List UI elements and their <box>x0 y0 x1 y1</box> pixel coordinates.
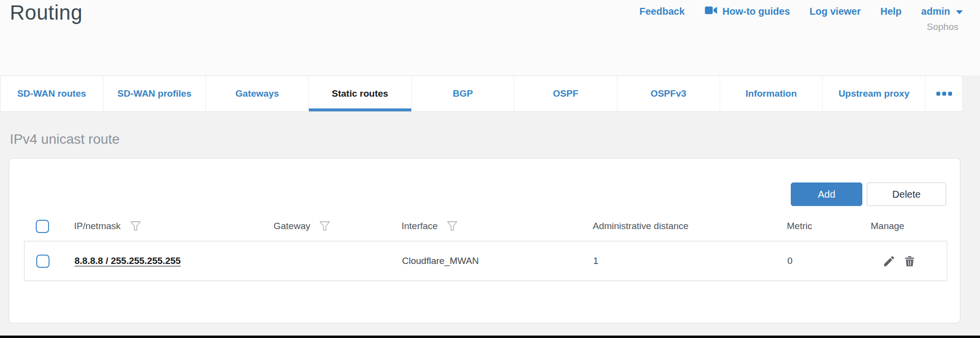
routes-table: IP/netmask Gateway Interface Administrat… <box>24 211 947 281</box>
chevron-down-icon <box>956 10 963 14</box>
route-manage-cell <box>871 254 947 268</box>
route-interface-value: Cloudflare_MWAN <box>402 256 593 266</box>
delete-button[interactable]: Delete <box>867 182 946 206</box>
route-ip-netmask-link[interactable]: 8.8.8.8 / 255.255.255.255 <box>75 256 181 266</box>
user-menu[interactable]: admin <box>921 6 963 17</box>
section-title: IPv4 unicast route <box>10 131 120 147</box>
feedback-link[interactable]: Feedback <box>639 6 684 17</box>
top-navigation: Feedback How-to guides Log viewer Help a… <box>639 5 963 18</box>
more-tabs-button[interactable] <box>925 76 962 111</box>
ellipsis-icon <box>936 92 952 96</box>
row-checkbox[interactable] <box>36 255 50 268</box>
tab-bgp[interactable]: BGP <box>411 76 514 111</box>
pencil-icon[interactable] <box>882 254 896 268</box>
add-button[interactable]: Add <box>791 182 862 206</box>
select-all-checkbox[interactable] <box>36 220 49 233</box>
video-camera-icon <box>704 5 718 18</box>
column-header-manage: Manage <box>871 221 905 232</box>
routing-tabbar: SD-WAN routes SD-WAN profiles Gateways S… <box>0 76 963 112</box>
column-header-interface: Interface <box>402 221 438 232</box>
filter-funnel-icon[interactable] <box>446 219 459 233</box>
column-header-metric: Metric <box>787 221 812 232</box>
filter-funnel-icon[interactable] <box>128 219 142 233</box>
bottom-edge-strip <box>0 336 980 338</box>
tab-static-routes[interactable]: Static routes <box>308 76 411 111</box>
trash-icon[interactable] <box>903 254 916 268</box>
column-header-ip-netmask: IP/netmask <box>74 221 121 232</box>
tab-information[interactable]: Information <box>720 76 823 111</box>
user-name: admin <box>921 6 950 17</box>
tab-sdwan-routes[interactable]: SD-WAN routes <box>0 76 103 111</box>
routes-card: Add Delete IP/netmask Gateway Interface <box>9 158 960 323</box>
tab-ospfv3[interactable]: OSPFv3 <box>617 76 720 111</box>
tab-upstream-proxy[interactable]: Upstream proxy <box>822 76 925 111</box>
tab-sdwan-profiles[interactable]: SD-WAN profiles <box>103 76 206 111</box>
help-link[interactable]: Help <box>880 6 902 17</box>
route-admin-distance-value: 1 <box>593 256 787 266</box>
table-toolbar: Add Delete <box>791 182 946 206</box>
org-label: Sophos <box>927 22 958 32</box>
filter-funnel-icon[interactable] <box>318 219 332 233</box>
column-header-gateway: Gateway <box>274 221 310 232</box>
column-header-admin-distance: Administrative distance <box>593 221 688 232</box>
header-band: Routing Feedback How-to guides Log viewe… <box>0 0 980 76</box>
route-metric-value: 0 <box>787 256 871 266</box>
log-viewer-link[interactable]: Log viewer <box>809 6 860 17</box>
table-row: 8.8.8.8 / 255.255.255.255 Cloudflare_MWA… <box>24 241 947 281</box>
page-title: Routing <box>10 1 82 25</box>
howto-guides-link[interactable]: How-to guides <box>704 5 790 18</box>
tab-ospf[interactable]: OSPF <box>514 76 617 111</box>
tab-gateways[interactable]: Gateways <box>205 76 308 111</box>
table-header-row: IP/netmask Gateway Interface Administrat… <box>24 211 947 241</box>
